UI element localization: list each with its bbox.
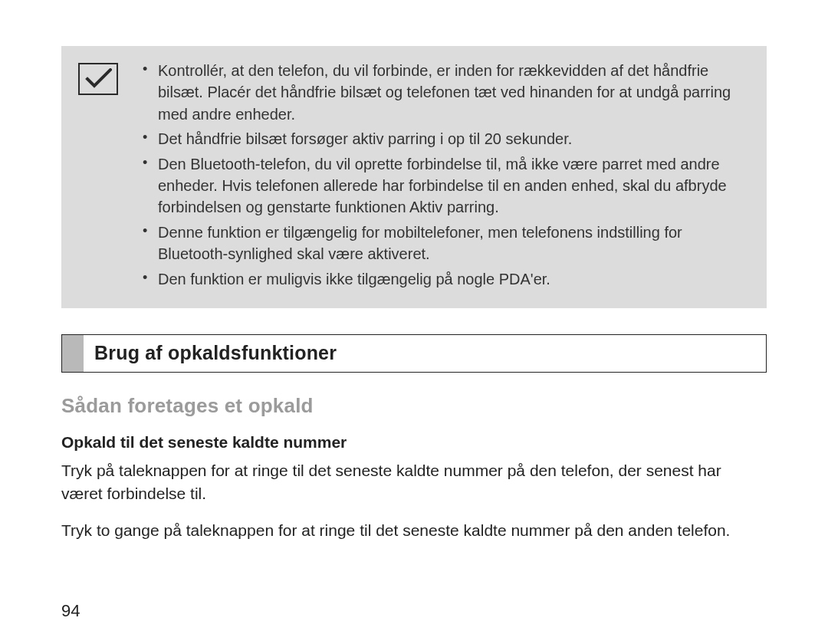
note-item: Den funktion er muligvis ikke tilgængeli…	[140, 268, 750, 290]
section-heading-tab	[62, 335, 84, 372]
note-item-text: Det håndfrie bilsæt forsøger aktiv parri…	[158, 130, 572, 147]
note-item: Det håndfrie bilsæt forsøger aktiv parri…	[140, 128, 750, 150]
note-item: Kontrollér, at den telefon, du vil forbi…	[140, 60, 750, 125]
page-number: 94	[61, 601, 80, 621]
note-item-text: Denne funktion er tilgængelig for mobilt…	[158, 224, 682, 262]
note-box: Kontrollér, at den telefon, du vil forbi…	[61, 46, 767, 308]
note-item: Denne funktion er tilgængelig for mobilt…	[140, 222, 750, 265]
note-item-text: Kontrollér, at den telefon, du vil forbi…	[158, 62, 731, 123]
sub-heading: Sådan foretages et opkald	[61, 394, 767, 418]
note-item-text: Den Bluetooth-telefon, du vil oprette fo…	[158, 156, 727, 216]
body-paragraph: Tryk på taleknappen for at ringe til det…	[61, 459, 767, 505]
note-item: Den Bluetooth-telefon, du vil oprette fo…	[140, 153, 750, 219]
checkbox-icon	[78, 63, 118, 95]
manual-page: Kontrollér, at den telefon, du vil forbi…	[0, 0, 828, 644]
sub-sub-heading: Opkald til det seneste kaldte nummer	[61, 433, 767, 452]
section-heading: Brug af opkaldsfunktioner	[61, 334, 767, 373]
note-item-text: Den funktion er muligvis ikke tilgængeli…	[158, 271, 550, 288]
note-list: Kontrollér, at den telefon, du vil forbi…	[140, 60, 750, 293]
body-paragraph: Tryk to gange på taleknappen for at ring…	[61, 519, 767, 542]
section-heading-text: Brug af opkaldsfunktioner	[84, 335, 766, 372]
